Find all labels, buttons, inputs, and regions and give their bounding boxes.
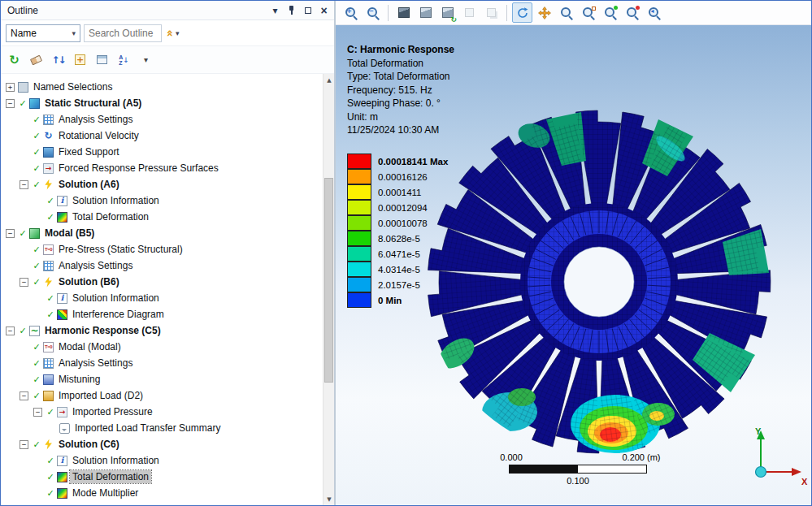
maximize-icon[interactable] [301,3,315,17]
show-panels-button[interactable] [92,50,112,70]
tree-item-mode-multiplier[interactable]: ✓Mode Multiplier [1,485,323,501]
collapse-icon[interactable]: − [6,327,15,335]
rotate-button[interactable] [512,2,532,23]
tree-item-analysis-settings[interactable]: ✓Analysis Settings [1,355,323,371]
panel-menu-icon[interactable]: ▾ [268,3,282,17]
expand-all-button[interactable]: + [70,50,90,70]
tree-wrap: +Named Selections−✓Static Structural (A5… [1,74,334,505]
legend-swatch [347,262,371,277]
collapse-icon[interactable]: − [20,440,28,449]
zoom-to-fit-button[interactable] [600,2,620,23]
select-mode-button[interactable] [459,2,480,23]
sort-az-button[interactable]: AZ↓ [114,50,134,70]
tree-item-imported-load-transfer-summary[interactable]: Imported Load Transfer Summary [1,420,323,436]
tree-item-label: Analysis Settings [56,259,135,272]
collapse-icon[interactable]: − [6,99,15,108]
tree-item-label: Imported Pressure [70,405,155,418]
tree-item-total-deformation[interactable]: ✓Total Deformation [1,469,323,485]
tree-item-total-deformation[interactable]: ✓Total Deformation [1,209,323,225]
collapse-icon[interactable]: − [6,229,15,238]
tree-item-forced-response-pressure-surfaces[interactable]: ✓→Forced Response Pressure Surfaces [1,160,323,176]
search-input[interactable] [87,27,158,40]
tree-item-solution-c6[interactable]: −✓Solution (C6) [1,436,323,452]
outline-panel: Outline ▾ × Name ▾ » ▾ ↻↑↓+AZ↓▾ +Named S… [1,1,334,505]
tree-item-solution-information[interactable]: ✓iSolution Information [1,452,323,469]
scroll-up-icon[interactable]: ▲ [323,74,334,86]
check-icon: ✓ [31,277,42,288]
filter-field-select[interactable]: Name ▾ [6,24,80,42]
tree-item-imported-pressure[interactable]: −✓→Imported Pressure [1,404,323,420]
tree-item-named-selections[interactable]: +Named Selections [1,79,323,95]
scrollbar-thumb[interactable] [324,178,333,383]
expand-icon[interactable]: + [6,83,15,92]
zoom-in-button[interactable]: + [341,2,361,23]
tree-item-analysis-settings[interactable]: ✓Analysis Settings [1,257,323,274]
tree-item-solution-information[interactable]: ✓iSolution Information [1,290,323,306]
tree-item-static-structural-a5[interactable]: −✓Static Structural (A5) [1,95,323,111]
model-canvas[interactable] [412,95,786,469]
close-icon[interactable]: × [317,3,331,17]
legend-swatch [347,277,371,292]
collapse-icon[interactable]: − [20,180,28,189]
filter-field-value: Name [11,28,72,39]
fixed-support-icon [43,147,54,158]
tree-item-fixed-support[interactable]: ✓Fixed Support [1,144,323,160]
collapse-icon[interactable]: − [20,391,28,400]
tree-item-interference-diagram[interactable]: ✓Interference Diagram [1,306,323,322]
collapse-icon[interactable]: − [20,278,28,287]
tree-item-imported-load-d2[interactable]: −✓Imported Load (D2) [1,387,323,404]
previous-view-button[interactable]: ◂ [644,2,664,23]
tree-item-analysis-settings[interactable]: ✓Analysis Settings [1,111,323,128]
tree-item-label: Named Selections [31,80,115,93]
tree-item-label: Modal (B5) [42,227,97,240]
outline-toolbar: ↻↑↓+AZ↓▾ [1,46,334,74]
tree-item-mistuning[interactable]: ✓Mistuning [1,371,323,387]
tree-item-solution-b6[interactable]: −✓Solution (B6) [1,274,323,290]
check-icon: ✓ [45,488,56,499]
set-view-button[interactable] [415,2,436,23]
annotation-line: Type: Total Deformation [347,70,454,84]
tree-item-harmonic-response-c5[interactable]: −✓~Harmonic Response (C5) [1,322,323,339]
box-zoom-button[interactable] [578,2,598,23]
vertical-scrollbar[interactable]: ▲ ▼ [323,74,334,505]
tree-item-label: Pre-Stress (Static Structural) [56,243,185,256]
graphics-viewport[interactable]: C: Harmonic ResponseTotal DeformationTyp… [336,25,811,505]
check-icon: ✓ [45,309,56,320]
zoom-button[interactable] [556,2,576,23]
legend-swatch [347,184,371,200]
rotational-velocity-icon: ↻ [43,131,54,141]
toolbar-overflow-button[interactable]: ▾ [136,50,156,70]
toolbar-separator [506,5,507,21]
pin-icon[interactable] [284,3,298,17]
coordinate-triad[interactable]: Y X [733,425,811,495]
scroll-down-icon[interactable]: ▼ [323,493,334,505]
scale-mid-label: 0.100 [558,476,598,486]
tree-item-solution-a6[interactable]: −✓Solution (A6) [1,176,323,192]
zoom-out-button[interactable]: − [363,2,383,23]
bubble-icon [59,423,70,434]
filter-dropdown-icon[interactable]: ▾ [176,29,180,37]
tree-item-pre-stress-static-structural[interactable]: ✓T=0Pre-Stress (Static Structural) [1,241,323,257]
check-icon: ✓ [17,98,28,109]
tree-item-rotational-velocity[interactable]: ✓↻Rotational Velocity [1,128,323,144]
pan-button[interactable] [534,2,554,23]
tree-item-modal-modal[interactable]: ✓T=0Modal (Modal) [1,339,323,355]
tree-item-solution-information[interactable]: ✓iSolution Information [1,192,323,209]
filter-collapse-icon[interactable]: » [164,29,174,37]
refresh-button[interactable]: ↻ [4,50,24,70]
graphics-pane: +−↻◂ C: Harmonic ResponseTotal Deformati… [336,1,811,505]
solution-info-icon: i [57,196,67,206]
tree-item-modal-b5[interactable]: −✓Modal (B5) [1,225,323,241]
tree-item-label: Analysis Settings [56,357,135,370]
tree-item-label: Solution Information [70,454,162,467]
reorder-button[interactable]: ↑↓ [48,50,68,70]
tree-item-label: Fixed Support [56,145,122,158]
solution-info-icon: i [57,293,67,304]
isometric-view-button[interactable] [393,2,414,23]
magnifier-window-button[interactable] [622,2,642,23]
clean-results-button[interactable] [26,50,46,70]
collapse-icon[interactable]: − [33,408,42,417]
rescale-annotation-button[interactable]: ↻ [437,2,458,23]
extend-selection-button[interactable] [481,2,502,23]
solution-icon [43,439,54,450]
